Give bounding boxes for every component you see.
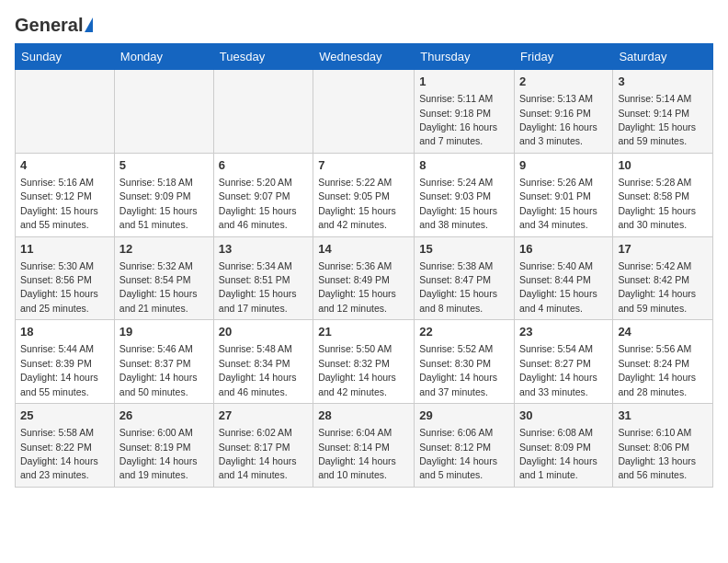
day-number: 12	[119, 241, 209, 258]
week-row-2: 4Sunrise: 5:16 AM Sunset: 9:12 PM Daylig…	[16, 153, 713, 236]
calendar-cell: 12Sunrise: 5:32 AM Sunset: 8:54 PM Dayli…	[114, 236, 213, 320]
day-info: Sunrise: 6:04 AM Sunset: 8:14 PM Dayligh…	[318, 427, 396, 480]
calendar-cell: 5Sunrise: 5:18 AM Sunset: 9:09 PM Daylig…	[114, 153, 213, 236]
calendar-cell: 13Sunrise: 5:34 AM Sunset: 8:51 PM Dayli…	[213, 236, 313, 320]
calendar-cell: 19Sunrise: 5:46 AM Sunset: 8:37 PM Dayli…	[114, 320, 213, 404]
calendar-cell: 2Sunrise: 5:13 AM Sunset: 9:16 PM Daylig…	[515, 70, 613, 154]
day-number: 4	[20, 157, 109, 174]
day-number: 3	[618, 74, 708, 90]
day-number: 5	[119, 157, 209, 174]
day-info: Sunrise: 5:36 AM Sunset: 8:49 PM Dayligh…	[318, 260, 396, 314]
day-number: 1	[419, 74, 509, 90]
calendar-cell: 18Sunrise: 5:44 AM Sunset: 8:39 PM Dayli…	[16, 320, 115, 404]
day-info: Sunrise: 5:20 AM Sunset: 9:07 PM Dayligh…	[219, 177, 297, 230]
calendar-cell: 10Sunrise: 5:28 AM Sunset: 8:58 PM Dayli…	[613, 153, 713, 236]
day-number: 24	[618, 324, 708, 340]
day-info: Sunrise: 5:56 AM Sunset: 8:24 PM Dayligh…	[618, 343, 696, 396]
calendar-cell: 28Sunrise: 6:04 AM Sunset: 8:14 PM Dayli…	[313, 404, 415, 488]
day-info: Sunrise: 5:52 AM Sunset: 8:30 PM Dayligh…	[419, 343, 497, 396]
calendar-cell: 26Sunrise: 6:00 AM Sunset: 8:19 PM Dayli…	[114, 404, 213, 488]
day-number: 16	[519, 241, 608, 258]
day-info: Sunrise: 5:13 AM Sunset: 9:16 PM Dayligh…	[519, 93, 597, 146]
day-info: Sunrise: 5:18 AM Sunset: 9:09 PM Dayligh…	[119, 177, 198, 230]
week-row-5: 25Sunrise: 5:58 AM Sunset: 8:22 PM Dayli…	[16, 404, 713, 488]
day-info: Sunrise: 6:06 AM Sunset: 8:12 PM Dayligh…	[419, 427, 497, 480]
day-number: 21	[318, 324, 409, 340]
calendar-cell: 27Sunrise: 6:02 AM Sunset: 8:17 PM Dayli…	[213, 404, 313, 488]
calendar-cell: 16Sunrise: 5:40 AM Sunset: 8:44 PM Dayli…	[515, 236, 613, 320]
day-info: Sunrise: 5:28 AM Sunset: 8:58 PM Dayligh…	[618, 177, 696, 230]
day-number: 18	[20, 324, 109, 340]
page-header: General	[15, 15, 713, 32]
day-number: 13	[219, 241, 308, 258]
day-number: 23	[519, 324, 608, 340]
calendar-cell	[114, 70, 213, 154]
day-info: Sunrise: 5:54 AM Sunset: 8:27 PM Dayligh…	[519, 343, 597, 396]
calendar-cell: 3Sunrise: 5:14 AM Sunset: 9:14 PM Daylig…	[613, 70, 713, 154]
day-number: 31	[618, 408, 708, 424]
day-info: Sunrise: 5:38 AM Sunset: 8:47 PM Dayligh…	[419, 260, 497, 314]
calendar-cell: 1Sunrise: 5:11 AM Sunset: 9:18 PM Daylig…	[415, 70, 515, 154]
day-number: 6	[219, 157, 308, 174]
day-info: Sunrise: 5:14 AM Sunset: 9:14 PM Dayligh…	[618, 93, 696, 146]
day-number: 11	[20, 241, 109, 258]
weekday-header-saturday: Saturday	[613, 44, 713, 70]
calendar-cell: 11Sunrise: 5:30 AM Sunset: 8:56 PM Dayli…	[16, 236, 115, 320]
day-info: Sunrise: 5:30 AM Sunset: 8:56 PM Dayligh…	[20, 260, 98, 314]
day-number: 22	[419, 324, 509, 340]
day-number: 19	[119, 324, 209, 340]
weekday-header-friday: Friday	[515, 44, 613, 70]
weekday-header-monday: Monday	[114, 44, 213, 70]
day-info: Sunrise: 5:22 AM Sunset: 9:05 PM Dayligh…	[318, 177, 396, 230]
logo-triangle-icon	[85, 17, 93, 32]
calendar-cell: 9Sunrise: 5:26 AM Sunset: 9:01 PM Daylig…	[515, 153, 613, 236]
day-number: 10	[618, 157, 708, 174]
week-row-3: 11Sunrise: 5:30 AM Sunset: 8:56 PM Dayli…	[16, 236, 713, 320]
day-info: Sunrise: 5:44 AM Sunset: 8:39 PM Dayligh…	[20, 343, 98, 396]
calendar-cell: 23Sunrise: 5:54 AM Sunset: 8:27 PM Dayli…	[515, 320, 613, 404]
day-info: Sunrise: 5:34 AM Sunset: 8:51 PM Dayligh…	[219, 260, 297, 314]
weekday-header-thursday: Thursday	[415, 44, 515, 70]
calendar-cell: 6Sunrise: 5:20 AM Sunset: 9:07 PM Daylig…	[213, 153, 313, 236]
calendar-cell: 20Sunrise: 5:48 AM Sunset: 8:34 PM Dayli…	[213, 320, 313, 404]
day-number: 15	[419, 241, 509, 258]
day-info: Sunrise: 5:50 AM Sunset: 8:32 PM Dayligh…	[318, 343, 396, 396]
day-number: 8	[419, 157, 509, 174]
calendar-cell: 7Sunrise: 5:22 AM Sunset: 9:05 PM Daylig…	[313, 153, 415, 236]
day-info: Sunrise: 5:48 AM Sunset: 8:34 PM Dayligh…	[219, 343, 297, 396]
day-number: 9	[519, 157, 608, 174]
calendar-cell: 24Sunrise: 5:56 AM Sunset: 8:24 PM Dayli…	[613, 320, 713, 404]
calendar-cell: 4Sunrise: 5:16 AM Sunset: 9:12 PM Daylig…	[16, 153, 115, 236]
calendar-cell	[16, 70, 115, 154]
day-number: 26	[119, 408, 209, 424]
calendar-cell: 22Sunrise: 5:52 AM Sunset: 8:30 PM Dayli…	[415, 320, 515, 404]
day-info: Sunrise: 5:11 AM Sunset: 9:18 PM Dayligh…	[419, 93, 497, 146]
weekday-header-wednesday: Wednesday	[313, 44, 415, 70]
day-number: 29	[419, 408, 509, 424]
calendar-cell: 15Sunrise: 5:38 AM Sunset: 8:47 PM Dayli…	[415, 236, 515, 320]
day-info: Sunrise: 6:02 AM Sunset: 8:17 PM Dayligh…	[219, 427, 297, 480]
day-number: 14	[318, 241, 409, 258]
weekday-header-sunday: Sunday	[16, 44, 115, 70]
day-number: 2	[519, 74, 608, 90]
logo-general-text: General	[15, 15, 83, 36]
day-info: Sunrise: 6:08 AM Sunset: 8:09 PM Dayligh…	[519, 427, 597, 480]
day-info: Sunrise: 5:58 AM Sunset: 8:22 PM Dayligh…	[20, 427, 98, 480]
day-info: Sunrise: 6:10 AM Sunset: 8:06 PM Dayligh…	[618, 427, 696, 480]
calendar-cell: 21Sunrise: 5:50 AM Sunset: 8:32 PM Dayli…	[313, 320, 415, 404]
calendar-cell: 29Sunrise: 6:06 AM Sunset: 8:12 PM Dayli…	[415, 404, 515, 488]
calendar-cell	[313, 70, 415, 154]
calendar-cell: 17Sunrise: 5:42 AM Sunset: 8:42 PM Dayli…	[613, 236, 713, 320]
calendar-cell	[213, 70, 313, 154]
weekday-header-row: SundayMondayTuesdayWednesdayThursdayFrid…	[16, 44, 713, 70]
calendar-cell: 25Sunrise: 5:58 AM Sunset: 8:22 PM Dayli…	[16, 404, 115, 488]
calendar-table: SundayMondayTuesdayWednesdayThursdayFrid…	[15, 43, 713, 488]
week-row-4: 18Sunrise: 5:44 AM Sunset: 8:39 PM Dayli…	[16, 320, 713, 404]
day-info: Sunrise: 5:42 AM Sunset: 8:42 PM Dayligh…	[618, 260, 696, 314]
day-number: 25	[20, 408, 109, 424]
day-number: 17	[618, 241, 708, 258]
calendar-cell: 14Sunrise: 5:36 AM Sunset: 8:49 PM Dayli…	[313, 236, 415, 320]
calendar-cell: 30Sunrise: 6:08 AM Sunset: 8:09 PM Dayli…	[515, 404, 613, 488]
day-number: 27	[219, 408, 308, 424]
day-info: Sunrise: 5:46 AM Sunset: 8:37 PM Dayligh…	[119, 343, 198, 396]
